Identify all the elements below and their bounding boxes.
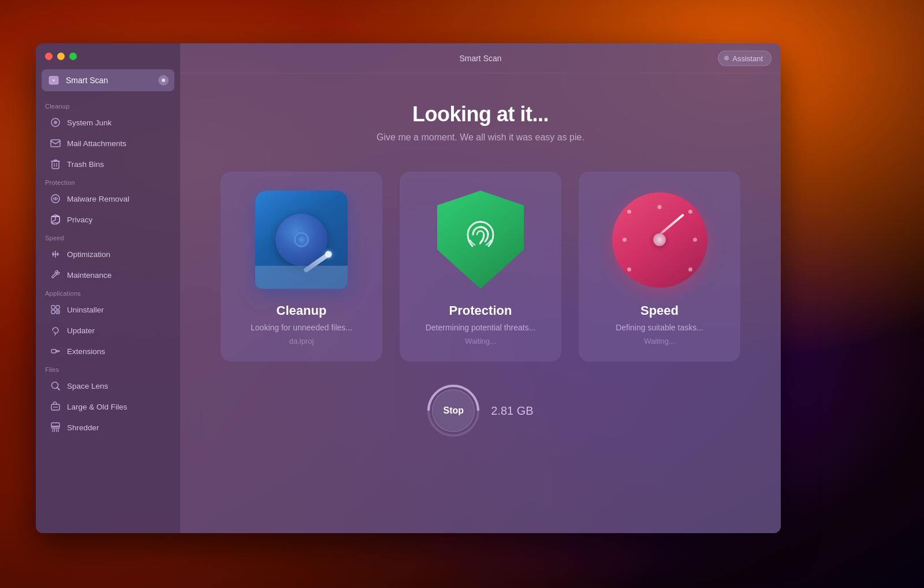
sidebar-item-space-lens[interactable]: Space Lens: [40, 376, 176, 396]
sidebar-item-mail-attachments[interactable]: Mail Attachments: [40, 133, 176, 153]
section-label-cleanup: Cleanup: [36, 98, 180, 112]
protection-icon-area: [429, 188, 532, 292]
shield-shape: [437, 191, 524, 289]
uninstaller-icon: [50, 304, 61, 315]
sidebar-item-system-junk[interactable]: System Junk: [40, 113, 176, 132]
speed-dot-bl: [627, 267, 631, 271]
sidebar-item-privacy[interactable]: Privacy: [40, 210, 176, 229]
svg-point-5: [54, 121, 57, 124]
sidebar-item-optimization[interactable]: Optimization: [40, 244, 176, 264]
titlebar: Smart Scan Assistant: [180, 43, 781, 73]
protection-card: Protection Determining potential threats…: [400, 172, 561, 362]
svg-line-29: [53, 428, 53, 432]
window-title: Smart Scan: [459, 54, 501, 63]
svg-rect-7: [52, 161, 59, 169]
speed-icon-area: [608, 188, 711, 292]
system-junk-icon: [50, 117, 61, 128]
sidebar-item-smart-scan[interactable]: Smart Scan: [42, 69, 174, 91]
large-files-icon: [50, 401, 61, 412]
svg-point-2: [53, 80, 54, 81]
scan-bottom: Stop 2.81 GB: [427, 362, 533, 454]
sidebar-item-updater[interactable]: Updater: [40, 321, 176, 340]
cleanup-card-detail: da.lproj: [289, 337, 314, 345]
shredder-label: Shredder: [67, 423, 99, 432]
speed-dot-br: [688, 267, 692, 271]
stop-button[interactable]: Stop: [432, 389, 475, 432]
hdd-icon: [255, 191, 348, 289]
scan-size: 2.81 GB: [491, 404, 533, 418]
svg-rect-6: [51, 140, 60, 147]
speedometer-icon: [612, 192, 707, 288]
section-label-speed: Speed: [36, 230, 180, 244]
cleanup-card: Cleanup Looking for unneeded files... da…: [221, 172, 382, 362]
svg-rect-18: [56, 306, 59, 309]
assistant-label: Assistant: [732, 54, 763, 62]
malware-removal-label: Malware Removal: [67, 195, 129, 203]
trash-bins-label: Trash Bins: [67, 160, 104, 169]
speed-card-detail: Waiting...: [644, 337, 675, 345]
speed-dot-top: [658, 205, 662, 209]
space-lens-icon: [50, 380, 61, 392]
smart-scan-icon: [47, 74, 60, 87]
assistant-dot: [724, 56, 729, 61]
section-label-applications: Applications: [36, 285, 180, 299]
scan-subtitle: Give me a moment. We all wish it was eas…: [377, 132, 584, 143]
space-lens-label: Space Lens: [67, 382, 108, 390]
svg-rect-19: [51, 310, 55, 314]
svg-rect-17: [51, 306, 55, 309]
main-content: Smart Scan Assistant Looking at it... Gi…: [180, 43, 781, 533]
speed-dot-tl: [627, 210, 631, 214]
speed-card: Speed Defining suitable tasks... Waiting…: [579, 172, 740, 362]
malware-icon: [50, 193, 61, 204]
sidebar-item-large-old-files[interactable]: Large & Old Files: [40, 397, 176, 416]
sidebar-item-extensions[interactable]: Extensions: [40, 341, 176, 361]
trash-icon: [50, 158, 61, 170]
privacy-icon: [50, 214, 61, 225]
scan-area: Looking at it... Give me a moment. We al…: [180, 73, 781, 533]
uninstaller-label: Uninstaller: [67, 306, 104, 314]
extensions-label: Extensions: [67, 347, 105, 356]
svg-rect-23: [51, 349, 56, 353]
svg-rect-28: [51, 423, 59, 426]
speed-dot-l: [623, 238, 627, 242]
protection-card-title: Protection: [449, 303, 512, 318]
scan-cards: Cleanup Looking for unneeded files... da…: [203, 172, 758, 362]
cleanup-card-status: Looking for unneeded files...: [251, 323, 352, 332]
scan-heading: Looking at it...: [412, 102, 549, 126]
svg-line-25: [57, 388, 59, 390]
updater-icon: [50, 325, 61, 336]
maintenance-label: Maintenance: [67, 271, 111, 280]
assistant-button[interactable]: Assistant: [718, 50, 772, 66]
extensions-icon: [50, 345, 61, 357]
system-junk-label: System Junk: [67, 118, 111, 127]
speed-pivot: [653, 233, 666, 246]
shredder-icon: [50, 422, 61, 433]
speed-card-title: Speed: [640, 303, 679, 318]
hdd-arm: [303, 251, 332, 273]
protection-card-status: Determining potential threats...: [426, 323, 536, 332]
maximize-button[interactable]: [69, 53, 77, 60]
smart-scan-label: Smart Scan: [66, 76, 152, 85]
speed-card-status: Defining suitable tasks...: [616, 323, 703, 332]
hdd-disk: [275, 214, 327, 266]
minimize-button[interactable]: [57, 53, 65, 60]
window-controls: [36, 43, 180, 67]
sidebar-item-shredder[interactable]: Shredder: [40, 418, 176, 437]
sidebar-item-uninstaller[interactable]: Uninstaller: [40, 300, 176, 319]
app-window: Smart Scan Cleanup System Junk: [36, 43, 781, 533]
sidebar: Smart Scan Cleanup System Junk: [36, 43, 180, 533]
mail-attachments-label: Mail Attachments: [67, 139, 126, 148]
svg-line-30: [54, 428, 55, 432]
hdd-center: [294, 232, 309, 247]
speed-dot-tr: [688, 210, 692, 214]
close-button[interactable]: [45, 53, 53, 60]
sidebar-item-malware-removal[interactable]: Malware Removal: [40, 189, 176, 209]
sidebar-item-trash-bins[interactable]: Trash Bins: [40, 154, 176, 174]
sidebar-item-maintenance[interactable]: Maintenance: [40, 265, 176, 285]
section-label-files: Files: [36, 362, 180, 375]
stop-button-wrap: Stop: [427, 385, 479, 437]
smart-scan-badge: [158, 75, 169, 85]
large-old-files-label: Large & Old Files: [67, 403, 127, 411]
cleanup-card-title: Cleanup: [277, 303, 327, 318]
section-label-protection: Protection: [36, 174, 180, 188]
